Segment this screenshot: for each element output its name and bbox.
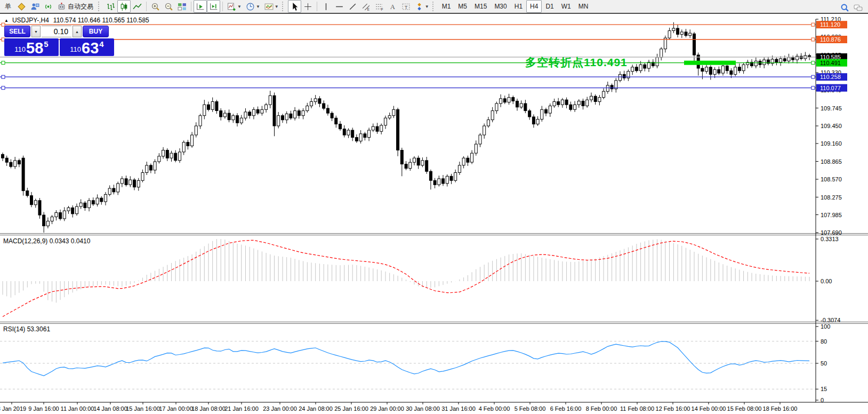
svg-text:0.3313: 0.3313 — [821, 236, 839, 242]
vline-icon — [322, 2, 331, 11]
bid-pip-digit: 5 — [44, 39, 48, 49]
svg-text:11 Feb 08:00: 11 Feb 08:00 — [620, 405, 654, 412]
arrows-button[interactable]: ▼ — [413, 0, 431, 13]
candles-chart-icon — [119, 2, 128, 11]
tf-w1[interactable]: W1 — [558, 0, 575, 13]
svg-text:4 Feb 00:00: 4 Feb 00:00 — [479, 405, 510, 412]
svg-text:0: 0 — [821, 397, 824, 403]
svg-text:80: 80 — [821, 338, 827, 345]
svg-text:107.690: 107.690 — [821, 229, 842, 236]
green-support-bar — [684, 61, 736, 65]
svg-text:-0.3074: -0.3074 — [821, 317, 840, 323]
tf-mn[interactable]: MN — [575, 0, 592, 13]
toolbar-grip[interactable] — [432, 2, 436, 11]
cursor-button[interactable] — [288, 0, 301, 13]
volume-input[interactable] — [42, 26, 71, 37]
periods-button[interactable]: ▼ — [244, 0, 262, 13]
svg-text:9 Jan 16:00: 9 Jan 16:00 — [28, 405, 59, 412]
panel-separators[interactable] — [0, 234, 868, 324]
search-button[interactable] — [838, 1, 851, 14]
fibonacci-button[interactable]: F — [373, 0, 386, 13]
tf-h1[interactable]: H1 — [511, 0, 526, 13]
macd-signal-line — [3, 240, 809, 316]
svg-text:F: F — [381, 7, 383, 11]
text-button[interactable]: A — [386, 0, 399, 13]
channel-button[interactable]: E — [359, 0, 373, 13]
svg-text:8 Jan 2019: 8 Jan 2019 — [0, 405, 26, 412]
chart-canvas[interactable]: 111.210110.920110.625110.330110.040109.7… — [0, 15, 868, 414]
vertical-line-button[interactable] — [319, 0, 333, 13]
text-label-button[interactable]: T — [399, 0, 413, 13]
tf-m30[interactable]: M30 — [491, 0, 510, 13]
hline-icon — [335, 2, 344, 11]
bid-price-box[interactable]: 110 58 5 — [4, 38, 59, 56]
channel-icon: E — [361, 2, 371, 11]
sell-button[interactable]: SELL — [4, 26, 30, 37]
svg-text:T: T — [405, 4, 408, 10]
svg-text:A: A — [390, 3, 395, 11]
signals-button[interactable] — [42, 0, 55, 13]
toolbar-grip[interactable] — [282, 2, 286, 11]
svg-text:109.450: 109.450 — [821, 123, 842, 129]
svg-text:109.745: 109.745 — [821, 105, 842, 112]
collapse-panel-icon[interactable]: ▲ — [4, 18, 9, 23]
chart-shift-button[interactable] — [207, 0, 220, 13]
bar-chart-button[interactable] — [104, 0, 117, 13]
ask-price-box[interactable]: 110 63 4 — [60, 38, 114, 56]
profile-button[interactable] — [28, 0, 42, 13]
horizontal-line-button[interactable] — [333, 0, 346, 13]
price-axis: 111.210110.920110.625110.330110.040109.7… — [816, 16, 847, 236]
svg-text:110.876: 110.876 — [820, 36, 841, 43]
crosshair-button[interactable] — [301, 0, 315, 13]
periods-icon — [246, 2, 255, 11]
svg-text:50: 50 — [821, 360, 827, 367]
zoom-in-button[interactable] — [149, 0, 162, 13]
volume-increase-button[interactable]: ▲ — [73, 26, 82, 37]
hline-objects[interactable] — [0, 23, 816, 90]
candlestick-chart-button[interactable] — [117, 0, 131, 13]
svg-text:23 Jan 00:00: 23 Jan 00:00 — [263, 405, 297, 412]
svg-text:31 Jan 16:00: 31 Jan 16:00 — [441, 405, 476, 412]
tf-m15[interactable]: M15 — [471, 0, 491, 13]
tf-m5[interactable]: M5 — [454, 0, 471, 13]
tile-windows-button[interactable] — [175, 0, 189, 13]
svg-text:0.00: 0.00 — [821, 278, 832, 284]
text-label-icon: T — [401, 2, 411, 11]
svg-text:110.258: 110.258 — [820, 74, 841, 80]
pivot-annotation-text: 多空转折点110.491 — [525, 55, 628, 70]
line-chart-button[interactable] — [131, 0, 144, 13]
trendline-icon — [348, 2, 357, 11]
toolbar-separator — [146, 2, 147, 11]
text-a-icon: A — [388, 2, 397, 11]
macd-label: MACD(12,26,9) 0.0343 0.0410 — [3, 237, 90, 245]
svg-text:15: 15 — [821, 386, 827, 392]
bid-big-digits: 58 — [26, 42, 43, 55]
trendline-button[interactable] — [346, 0, 359, 13]
svg-text:15 Jan 16:00: 15 Jan 16:00 — [126, 405, 160, 412]
new-chart-button[interactable]: ▼ — [225, 0, 244, 13]
auto-scroll-button[interactable] — [194, 0, 207, 13]
quotes-button[interactable] — [15, 0, 28, 13]
toolbar-grip[interactable] — [98, 2, 102, 11]
svg-text:107.985: 107.985 — [821, 212, 842, 218]
tf-d1[interactable]: D1 — [542, 0, 557, 13]
new-order-label[interactable]: 单 — [1, 0, 15, 13]
zoom-out-button[interactable] — [162, 0, 175, 13]
tf-m1[interactable]: M1 — [438, 0, 455, 13]
volume-decrease-button[interactable]: ▼ — [31, 26, 41, 37]
auto-scroll-icon — [196, 2, 205, 11]
tf-h4[interactable]: H4 — [526, 0, 542, 13]
templates-button[interactable]: ▼ — [262, 0, 281, 13]
svg-text:108.570: 108.570 — [821, 176, 842, 182]
chat-button[interactable] — [851, 1, 865, 14]
toolbar: 单自动交易▼▼▼EFAT▼M1M5M15M30H1H4D1W1MN — [0, 0, 868, 14]
svg-text:12 Feb 16:00: 12 Feb 16:00 — [656, 405, 690, 412]
toolbar-separator — [191, 2, 191, 11]
tile-windows-icon — [178, 2, 187, 11]
autotrading-button[interactable]: 自动交易 — [55, 0, 97, 13]
rsi-label: RSI(14) 53.3061 — [3, 325, 50, 333]
fibo-icon: F — [375, 2, 384, 11]
buy-button[interactable]: BUY — [83, 26, 109, 37]
templates-icon — [264, 2, 274, 11]
svg-text:108.865: 108.865 — [821, 158, 842, 165]
